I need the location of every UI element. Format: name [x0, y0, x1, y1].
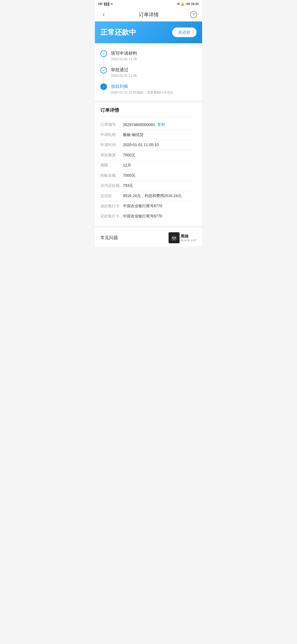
timeline-time-3: 2020-01-01 12:00放款，请查看银行卡流水 [111, 90, 197, 95]
value-repay-card: 中国农业银行尾号8770 [123, 214, 197, 219]
timeline-line-2 [103, 74, 104, 83]
check-icon-1: ✓ [102, 51, 105, 56]
label-total-repay: 总还款 [100, 193, 123, 198]
divider [100, 117, 197, 117]
label-term: 期限 [100, 163, 123, 168]
signal-text: HD⁺ [98, 2, 103, 6]
value-total-repay: 9516.24元，利息和费用2516.24元 [123, 193, 197, 198]
timeline-title-2: 审批通过 [111, 67, 197, 73]
value-approved-amount: 7000元 [123, 153, 197, 158]
timeline-circle-2: ✓ [100, 67, 107, 73]
timeline-content-1: 填写申请材料 2020-01-01 11:05 [111, 50, 197, 62]
label-loan-card: 放款银行卡 [100, 204, 123, 209]
timeline-section: ✓ 填写申请材料 2020-01-01 11:05 ✓ 审批通过 2020-01… [95, 45, 202, 100]
detail-row-loan-card: 放款银行卡 中国农业银行尾号8770 [100, 201, 197, 211]
detail-row-order-num: 订单编号 262974600000091 复制 [100, 120, 197, 130]
detail-row-total-repay: 总还款 9516.24元，利息和费用2516.24元 [100, 191, 197, 201]
status-bar: HD⁺ ▌▌▌ ▾ N 🔔 ▪40 16:25 [95, 0, 202, 8]
black-cat-logo: 黑猫 BLACK CAT [169, 232, 197, 243]
timeline-wrapper: ✓ 填写申请材料 2020-01-01 11:05 ✓ 审批通过 2020-01… [100, 50, 197, 95]
faq-link[interactable]: 常见问题 [100, 235, 118, 241]
timeline-circle-3: › [100, 83, 107, 90]
bell-icon: 🔔 [181, 2, 185, 6]
label-apply-time: 申请时间 [100, 143, 123, 148]
order-detail-section: 订单详情 订单编号 262974600000091 复制 申请机构 极融-融优贷… [95, 103, 202, 226]
question-icon: ? [193, 12, 195, 17]
top-nav: ‹ 订单详情 ? [95, 8, 202, 21]
repay-button[interactable]: 去还款 [172, 28, 197, 37]
timeline-title-3: 放款到账 [111, 84, 197, 89]
loan-status-text: 正常还款中 [100, 28, 136, 37]
order-num-text: 262974600000091 [123, 122, 155, 127]
nfc-icon: N [177, 2, 180, 6]
detail-row-received-amount: 到账金额 7000元 [100, 171, 197, 181]
value-apply-time: 2020-01-01 11:05:10 [123, 143, 197, 147]
label-order-num: 订单编号 [100, 122, 123, 127]
detail-row-term: 期限 12月 [100, 160, 197, 171]
black-cat-english: BLACK CAT [181, 239, 197, 242]
bottom-bar: 常见问题 黑猫 BLACK CAT [95, 228, 202, 247]
section-title: 订单详情 [100, 107, 197, 113]
detail-row-monthly-repay: 月均还款额 793元 [100, 181, 197, 191]
label-received-amount: 到账金额 [100, 173, 123, 178]
battery-icon: ▪40 [186, 2, 190, 6]
page-title: 订单详情 [139, 11, 159, 18]
label-monthly-repay: 月均还款额 [100, 183, 123, 188]
value-received-amount: 7000元 [123, 173, 197, 178]
help-button[interactable]: ? [190, 11, 197, 18]
svg-point-5 [175, 238, 175, 238]
detail-row-repay-card: 还款银行卡 中国农业银行尾号8770 [100, 211, 197, 221]
back-icon: ‹ [103, 11, 105, 18]
label-institution: 申请机构 [100, 132, 123, 137]
check-icon-2: ✓ [102, 68, 105, 72]
black-cat-chinese: 黑猫 [181, 234, 188, 239]
timeline-circle-1: ✓ [100, 50, 107, 57]
value-monthly-repay: 793元 [123, 183, 197, 188]
black-cat-text-block: 黑猫 BLACK CAT [181, 234, 197, 242]
timeline-content-2: 审批通过 2020-01-01 11:06 [111, 67, 197, 78]
timeline-left-3: › [100, 83, 107, 90]
timeline-content-3: 放款到账 2020-01-01 12:00放款，请查看银行卡流水 [111, 83, 197, 95]
value-institution: 极融-融优贷 [123, 132, 197, 137]
status-banner: 正常还款中 去还款 [95, 21, 202, 43]
copy-button[interactable]: 复制 [157, 122, 165, 127]
status-left: HD⁺ ▌▌▌ ▾ [98, 2, 112, 6]
timeline-left-2: ✓ [100, 67, 107, 83]
arrow-icon: › [103, 84, 105, 89]
value-order-num: 262974600000091 复制 [123, 122, 197, 127]
time-display: 16:25 [191, 2, 199, 6]
wifi-icon: ▾ [111, 2, 112, 6]
svg-point-4 [173, 238, 173, 238]
timeline-time-2: 2020-01-01 11:06 [111, 74, 197, 78]
back-button[interactable]: ‹ [100, 11, 108, 18]
status-right: N 🔔 ▪40 16:25 [177, 2, 199, 6]
timeline-item-2: ✓ 审批通过 2020-01-01 11:06 [100, 67, 197, 83]
value-loan-card: 中国农业银行尾号8770 [123, 204, 197, 209]
timeline-item-1: ✓ 填写申请材料 2020-01-01 11:05 [100, 50, 197, 67]
black-cat-icon [169, 232, 180, 243]
svg-point-1 [171, 236, 177, 241]
detail-row-approved-amount: 审批额度 7000元 [100, 150, 197, 160]
signal-bars: ▌▌▌ [104, 2, 110, 6]
timeline-title-1: 填写申请材料 [111, 51, 197, 56]
label-approved-amount: 审批额度 [100, 153, 123, 158]
timeline-line-1 [103, 58, 104, 66]
label-repay-card: 还款银行卡 [100, 214, 123, 219]
timeline-item-3: › 放款到账 2020-01-01 12:00放款，请查看银行卡流水 [100, 83, 197, 95]
value-term: 12月 [123, 163, 197, 168]
timeline-left-1: ✓ [100, 50, 107, 67]
timeline-time-1: 2020-01-01 11:05 [111, 57, 197, 61]
detail-row-apply-time: 申请时间 2020-01-01 11:05:10 [100, 140, 197, 150]
detail-row-institution: 申请机构 极融-融优贷 [100, 130, 197, 140]
